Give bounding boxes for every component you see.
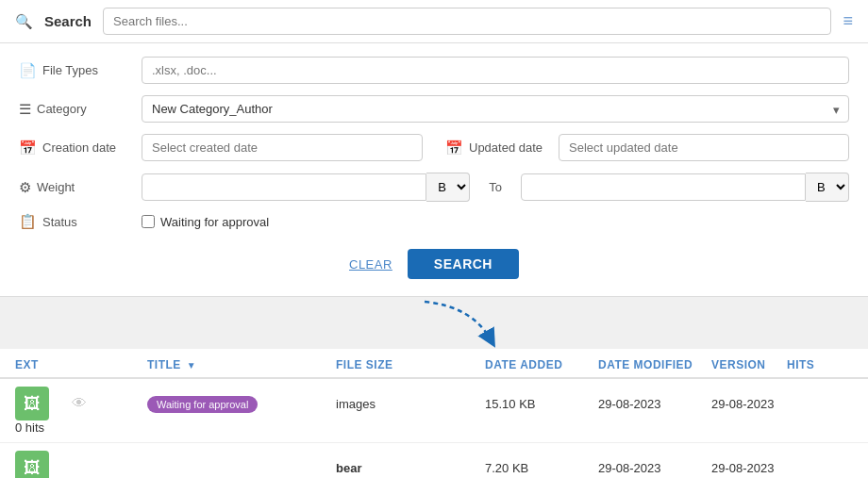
category-row: ☰ Category New Category_Author ▾ (19, 95, 849, 123)
creation-date-group: 📅 Creation date (19, 134, 423, 161)
date-added-cell: 29-08-2023 (598, 397, 711, 411)
table-row: 🖼 👁 Waiting for approval images 15.10 KB… (0, 379, 868, 443)
updated-date-input[interactable] (559, 134, 849, 161)
updated-date-group: 📅 Updated date (445, 134, 849, 161)
file-types-input[interactable] (142, 57, 849, 84)
top-search-input[interactable] (103, 8, 831, 35)
col-date-modified-header: DATE MODIFIED (598, 358, 711, 371)
col-title-header[interactable]: TITLE ▼ (147, 358, 336, 371)
filesize-cell2: 7.20 KB (485, 461, 598, 475)
filter-panel: 📄 File Types ☰ Category New Category_Aut… (0, 43, 868, 297)
file-types-row: 📄 File Types (19, 57, 849, 84)
file-types-label: 📄 File Types (19, 62, 142, 79)
date-row: 📅 Creation date 📅 Updated date (19, 134, 849, 161)
weight-from-group: B (142, 173, 470, 202)
weight-to-group: B (521, 173, 849, 202)
date-modified-cell: 29-08-2023 (711, 397, 787, 411)
category-select-wrapper: New Category_Author ▾ (142, 95, 849, 123)
col-visibility-header (72, 358, 147, 371)
category-label: ☰ Category (19, 101, 142, 118)
search-button[interactable]: SEARCH (408, 249, 519, 279)
table-row: 🖼 bear 7.20 KB 29-08-2023 29-08-2023 1 h… (0, 443, 868, 478)
status-icon: 📋 (19, 213, 37, 230)
calendar-icon: 📅 (19, 140, 37, 157)
top-bar: 🔍 Search ≡ (0, 0, 868, 43)
hits-cell: 0 hits (15, 420, 72, 435)
col-date-added-header: DATE ADDED (485, 358, 598, 371)
weight-from-input[interactable] (142, 173, 426, 201)
search-icon: 🔍 (15, 13, 33, 30)
weight-from-unit-select[interactable]: B (426, 173, 470, 202)
app-container: 🔍 Search ≡ 📄 File Types ☰ Category New C… (0, 0, 868, 478)
date-modified-cell2: 29-08-2023 (711, 461, 787, 475)
image-file-icon: 🖼 (24, 394, 41, 414)
weight-icon: ⚙ (19, 179, 31, 196)
date-added-cell2: 29-08-2023 (598, 461, 711, 475)
col-version-header: VERSION (711, 358, 787, 371)
waiting-approval-checkbox[interactable] (142, 215, 155, 228)
updated-date-label: 📅 Updated date (445, 140, 559, 157)
weight-to-input[interactable] (521, 173, 806, 201)
calendar2-icon: 📅 (445, 140, 463, 157)
filter-icon[interactable]: ≡ (843, 11, 853, 31)
weight-to-unit-select[interactable]: B (806, 173, 849, 202)
table-header: EXT TITLE ▼ FILE SIZE DATE ADDED DATE MO… (0, 349, 868, 379)
creation-date-input[interactable] (142, 134, 423, 161)
status-label: 📋 Status (19, 213, 142, 230)
weight-row: ⚙ Weight B To B (19, 173, 849, 202)
filesize-cell: 15.10 KB (485, 397, 598, 411)
waiting-approval-badge: Waiting for approval (147, 396, 258, 413)
file-types-icon: 📄 (19, 62, 37, 79)
status-row: 📋 Status Waiting for approval (19, 213, 849, 230)
action-row: CLEAR SEARCH (19, 241, 849, 283)
eye-icon-cell: 👁 (72, 395, 147, 412)
weight-to-label: To (470, 180, 521, 194)
category-icon: ☰ (19, 101, 31, 118)
category-select[interactable]: New Category_Author (142, 95, 849, 123)
file-icon: 🖼 (15, 387, 49, 420)
col-ext-header: EXT (15, 358, 72, 371)
top-bar-search-label: Search (44, 13, 92, 29)
image-file-icon2: 🖼 (24, 458, 41, 478)
col-hits-header: HITS (787, 358, 853, 371)
file-icon: 🖼 (15, 451, 49, 478)
col-filesize-header: FILE SIZE (336, 358, 485, 371)
clear-button[interactable]: CLEAR (349, 257, 392, 272)
title-cell2: bear (336, 461, 485, 475)
results-area: EXT TITLE ▼ FILE SIZE DATE ADDED DATE MO… (0, 349, 868, 478)
waiting-approval-checkbox-label[interactable]: Waiting for approval (142, 215, 269, 229)
waiting-approval-label: Waiting for approval (160, 215, 269, 229)
creation-date-label: 📅 Creation date (19, 140, 142, 157)
arrow-decoration (0, 297, 868, 349)
dashed-arrow-svg (415, 297, 528, 349)
sort-arrow-icon: ▼ (187, 360, 196, 371)
eye-slash-icon[interactable]: 👁 (72, 395, 87, 411)
weight-label: ⚙ Weight (19, 179, 142, 196)
title-cell: images (336, 397, 485, 411)
badge-cell: Waiting for approval (147, 397, 336, 411)
